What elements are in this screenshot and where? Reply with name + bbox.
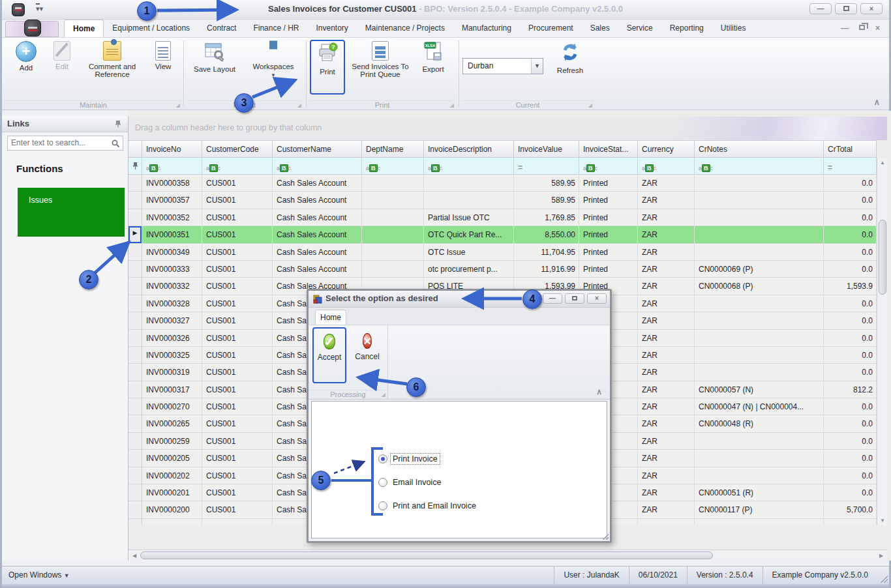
edit-button[interactable]: Edit <box>45 40 79 70</box>
cell-dept[interactable] <box>362 209 424 226</box>
cell-desc[interactable]: OTC Quick Part Re... <box>424 226 514 243</box>
row-indicator[interactable] <box>128 501 142 518</box>
cell-currency[interactable]: ZAR <box>638 415 695 432</box>
comment-and-reference-button[interactable]: Comment and Reference <box>83 40 142 78</box>
cell-crnotes[interactable]: CN0000048 (R) <box>695 415 824 432</box>
vertical-scrollbar[interactable]: ▲ ▼ <box>877 158 887 525</box>
dialog-title-bar[interactable]: Select the option as desired — × <box>309 291 610 308</box>
cell-code[interactable]: CUS001 <box>202 209 273 226</box>
dialog-launcher-icon[interactable]: ◢ <box>450 102 454 108</box>
vertical-scroll-thumb[interactable] <box>879 220 886 295</box>
row-indicator[interactable] <box>128 364 142 381</box>
tab-service[interactable]: Service <box>618 20 661 37</box>
radio-button-icon[interactable] <box>378 478 387 487</box>
add-button[interactable]: + Add <box>11 40 41 72</box>
cell-no[interactable]: INV0000270 <box>142 398 202 415</box>
sidebar-item-issues[interactable]: Issues <box>18 188 125 237</box>
radio-button-icon[interactable] <box>378 501 387 510</box>
cell-code[interactable]: CUS001 <box>202 175 273 192</box>
cell-crnotes[interactable]: CN0000047 (N) | CN000004... <box>695 398 824 415</box>
cell-no[interactable]: INV0000349 <box>142 244 202 261</box>
cell-crtotal[interactable]: 0.0 <box>824 450 877 467</box>
workspaces-button[interactable]: Workspaces ▼ <box>246 40 301 78</box>
filter-cell-status[interactable]: aBc <box>579 158 638 175</box>
cell-code[interactable]: CUS001 <box>202 278 273 295</box>
cell-desc[interactable]: OTC Issue <box>424 244 514 261</box>
cell-code[interactable]: CUS001 <box>202 364 273 381</box>
row-indicator[interactable] <box>128 312 142 329</box>
accept-button[interactable]: ✓ Accept <box>312 327 346 383</box>
cell-crnotes[interactable] <box>695 467 824 484</box>
cell-crnotes[interactable] <box>695 226 824 243</box>
row-indicator[interactable] <box>128 484 142 501</box>
cell-desc[interactable]: Partial Issue OTC <box>424 209 514 226</box>
cancel-button[interactable]: × Cancel <box>350 328 384 361</box>
cell-status[interactable]: Printed <box>579 261 638 278</box>
horizontal-scroll-thumb[interactable] <box>140 551 713 559</box>
cell-code[interactable]: CUS001 <box>202 415 273 432</box>
cell-currency[interactable]: ZAR <box>638 398 695 415</box>
cell-no[interactable]: INV0000333 <box>142 261 202 278</box>
radio-option-print-invoice[interactable]: Print Invoice <box>378 447 478 471</box>
cell-value[interactable]: 589.95 <box>514 192 579 209</box>
cell-currency[interactable]: ZAR <box>638 381 695 398</box>
cell-currency[interactable]: ZAR <box>638 244 695 261</box>
cell-status[interactable]: Printed <box>579 244 638 261</box>
cell-currency[interactable]: ZAR <box>638 450 695 467</box>
cell-name[interactable]: Cash Sales Account <box>273 192 362 209</box>
cell-no[interactable]: INV0000317 <box>142 381 202 398</box>
mdi-minimize-icon[interactable]: — <box>841 23 849 33</box>
cell-crtotal[interactable]: 0.0 <box>824 330 877 347</box>
cell-currency[interactable]: ZAR <box>638 295 695 312</box>
tab-reporting[interactable]: Reporting <box>661 20 712 37</box>
close-button[interactable]: × <box>860 3 883 14</box>
cell-no[interactable]: INV0000201 <box>142 484 202 501</box>
cell-dept[interactable] <box>362 244 424 261</box>
cell-name[interactable]: Cash Sales Account <box>273 244 362 261</box>
dialog-minimize-button[interactable]: — <box>543 293 562 304</box>
groupby-band[interactable]: Drag a column header here to group by th… <box>128 117 887 140</box>
filter-cell-dept[interactable]: aBc <box>362 158 424 175</box>
cell-crtotal[interactable]: 0.0 <box>824 364 877 381</box>
window-resize-grip[interactable] <box>880 575 888 583</box>
dialog-maximize-button[interactable] <box>565 293 584 304</box>
row-indicator[interactable] <box>128 347 142 364</box>
site-combobox[interactable]: Durban ▼ <box>462 58 543 74</box>
row-indicator[interactable] <box>128 467 142 484</box>
cell-currency[interactable]: ZAR <box>638 312 695 329</box>
tab-home[interactable]: Home <box>64 20 104 37</box>
cell-crtotal[interactable]: 0.0 <box>824 261 877 278</box>
table-row[interactable]: INV0000352CUS001Cash Sales AccountPartia… <box>128 209 887 226</box>
cell-name[interactable]: Cash Sales Account <box>273 175 362 192</box>
cell-crnotes[interactable] <box>695 192 824 209</box>
cell-currency[interactable]: ZAR <box>638 484 695 501</box>
cell-value[interactable]: 8,550.00 <box>514 226 579 243</box>
cell-code[interactable]: CUS001 <box>202 501 273 518</box>
view-button[interactable]: View <box>145 40 181 70</box>
ribbon-collapse-icon[interactable]: ∧ <box>873 97 880 107</box>
pin-icon[interactable] <box>114 120 122 128</box>
export-button[interactable]: XLSX Export <box>414 40 452 73</box>
cell-value[interactable]: 11,916.99 <box>514 261 579 278</box>
mdi-restore-icon[interactable] <box>859 25 865 30</box>
cell-code[interactable]: CUS001 <box>202 467 273 484</box>
cell-name[interactable]: Cash Sales Account <box>273 209 362 226</box>
scroll-left-icon[interactable]: ◀ <box>130 551 139 561</box>
column-header-desc[interactable]: InvoiceDescription <box>424 140 514 158</box>
links-search-input[interactable] <box>11 138 109 147</box>
cell-no[interactable]: INV0000357 <box>142 192 202 209</box>
cell-crtotal[interactable]: 0.0 <box>824 192 877 209</box>
cell-status[interactable]: Printed <box>579 192 638 209</box>
dialog-launcher-icon[interactable]: ◢ <box>588 102 592 108</box>
cell-crtotal[interactable]: 0.0 <box>824 398 877 415</box>
cell-no[interactable]: INV0000351 <box>142 226 202 243</box>
cell-crnotes[interactable]: CN0000068 (P) <box>695 278 824 295</box>
cell-crtotal[interactable]: 0.0 <box>824 415 877 432</box>
cell-crtotal[interactable]: 0.0 <box>824 209 877 226</box>
row-indicator[interactable] <box>128 433 142 450</box>
application-button[interactable] <box>5 21 59 37</box>
cell-code[interactable]: CUS001 <box>202 295 273 312</box>
cell-no[interactable]: INV0000205 <box>142 450 202 467</box>
scroll-up-icon[interactable]: ▲ <box>877 158 888 168</box>
tab-maintenance-projects[interactable]: Maintenance / Projects <box>357 20 453 37</box>
